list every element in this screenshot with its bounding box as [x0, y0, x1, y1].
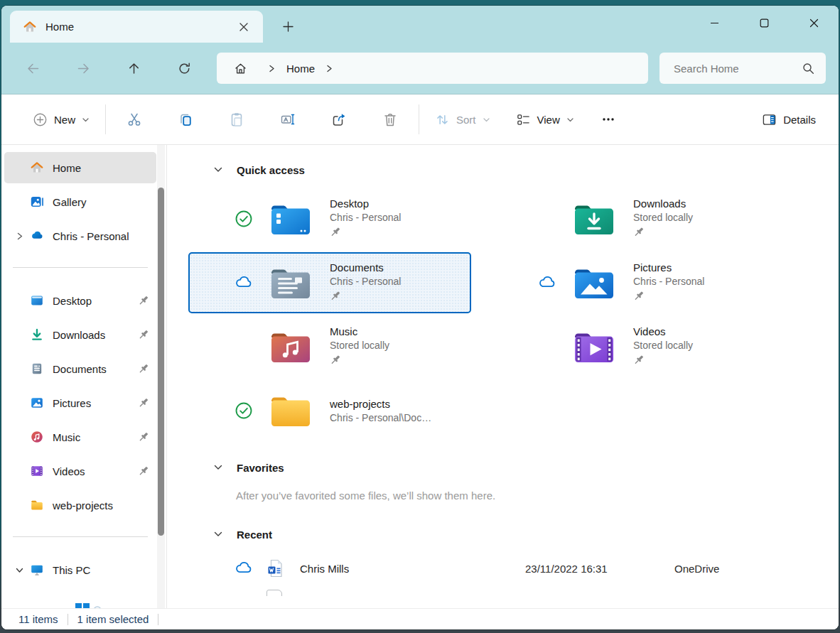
- recent-file-date: 23/11/2022 16:31: [525, 563, 608, 575]
- section-title: Recent: [237, 529, 272, 541]
- pin-icon: [138, 465, 149, 477]
- music-icon: [30, 430, 44, 444]
- sort-button[interactable]: Sort: [428, 104, 497, 135]
- rename-icon[interactable]: [271, 104, 305, 135]
- partially-visible-file-row: [167, 588, 839, 596]
- search-placeholder: Search Home: [674, 63, 802, 75]
- onedrive-icon: [30, 229, 44, 243]
- back-icon[interactable]: [18, 53, 47, 84]
- sidebar-item-music[interactable]: Music: [4, 421, 156, 453]
- cut-icon[interactable]: [117, 104, 151, 135]
- folder-plain-icon: [268, 388, 313, 433]
- explorer-body: HomeGalleryChris - PersonalDesktopDownlo…: [1, 145, 839, 609]
- desktop-background: Home: [0, 0, 840, 633]
- details-button-label: Details: [783, 114, 816, 126]
- file-tile-desktop[interactable]: DesktopChris - Personal: [188, 188, 471, 249]
- chevron-right-icon[interactable]: [10, 229, 28, 243]
- share-icon[interactable]: [322, 104, 356, 135]
- tab-close-icon[interactable]: [232, 16, 256, 38]
- file-name: Downloads: [633, 198, 693, 210]
- chevron-down-icon: [483, 116, 490, 124]
- paste-icon[interactable]: [220, 104, 254, 135]
- sync-status-icon: [235, 401, 253, 420]
- chevron-down-icon[interactable]: [10, 563, 28, 577]
- main-content: Quick access DesktopChris - PersonalDown…: [167, 145, 839, 609]
- file-tile-videos[interactable]: VideosStored locally: [492, 316, 775, 377]
- chevron-spacer: [10, 328, 28, 342]
- breadcrumb-segment-home[interactable]: Home: [286, 63, 315, 75]
- cloud-status-icon: [235, 559, 253, 578]
- close-button[interactable]: [789, 6, 839, 40]
- pin-icon: [633, 291, 645, 302]
- pin-icon: [330, 291, 341, 302]
- search-icon[interactable]: [802, 63, 814, 75]
- sort-button-label: Sort: [456, 114, 476, 126]
- sidebar-item-this-pc[interactable]: This PC: [4, 554, 156, 585]
- more-options-icon[interactable]: [591, 104, 625, 135]
- chevron-down-icon[interactable]: [211, 460, 225, 475]
- file-tile-downloads[interactable]: DownloadsStored locally: [492, 188, 775, 249]
- file-subtitle: Chris - Personal: [330, 212, 401, 223]
- chevron-down-icon[interactable]: [211, 527, 225, 541]
- chevron-spacer: [10, 464, 28, 478]
- sidebar-item-chris-personal[interactable]: Chris - Personal: [4, 220, 156, 251]
- file-tile-pictures[interactable]: PicturesChris - Personal: [492, 252, 775, 313]
- partially-visible-file-icon: [266, 590, 282, 596]
- view-button[interactable]: View: [509, 104, 581, 135]
- quick-access-header[interactable]: Quick access: [167, 163, 839, 177]
- folder-downloads-icon: [571, 196, 617, 242]
- section-title: Quick access: [237, 164, 305, 176]
- favorites-header[interactable]: Favorites: [167, 460, 839, 475]
- new-button[interactable]: New: [26, 104, 97, 135]
- search-input[interactable]: Search Home: [659, 53, 826, 84]
- delete-icon[interactable]: [373, 104, 407, 135]
- chevron-spacer: [10, 498, 28, 512]
- details-pane-icon: [762, 112, 777, 127]
- sidebar-item-videos[interactable]: Videos: [4, 455, 156, 487]
- copy-icon[interactable]: [168, 104, 203, 135]
- pin-icon: [330, 355, 341, 366]
- sidebar-item-pictures[interactable]: Pictures: [4, 387, 156, 418]
- recent-header[interactable]: Recent: [167, 527, 839, 541]
- sidebar-scrollbar-thumb[interactable]: [158, 188, 164, 536]
- details-button[interactable]: Details: [755, 104, 823, 135]
- view-icon: [516, 112, 531, 127]
- file-tile-web-projects[interactable]: web-projectsChris - Personal\Doc…: [188, 380, 471, 441]
- desktop-icon: [30, 293, 44, 308]
- refresh-icon[interactable]: [170, 53, 198, 84]
- sidebar-item-downloads[interactable]: Downloads: [4, 319, 156, 350]
- thispc-icon: [30, 563, 44, 577]
- window-controls: [689, 6, 839, 40]
- breadcrumb-home-icon[interactable]: [234, 62, 247, 75]
- downloads-icon: [30, 328, 44, 342]
- sidebar-item-desktop[interactable]: Desktop: [4, 285, 156, 316]
- chevron-down-icon[interactable]: [211, 163, 225, 177]
- new-tab-button[interactable]: [276, 15, 300, 38]
- sidebar-item-gallery[interactable]: Gallery: [4, 186, 156, 217]
- sidebar-item-documents[interactable]: Documents: [4, 353, 156, 384]
- file-name: Desktop: [330, 198, 401, 210]
- navigation-bar: Home Search Home: [1, 43, 839, 94]
- minimize-button[interactable]: [689, 6, 739, 40]
- chevron-right-icon[interactable]: [325, 64, 334, 73]
- section-title: Favorites: [237, 462, 284, 474]
- breadcrumb[interactable]: Home: [217, 53, 648, 84]
- tab-home[interactable]: Home: [10, 11, 263, 43]
- forward-icon[interactable]: [69, 53, 97, 84]
- cloud-status-icon: [235, 274, 253, 292]
- recent-file-chris-mills[interactable]: Chris Mills23/11/2022 16:31OneDrive: [167, 554, 839, 583]
- maximize-button[interactable]: [739, 6, 789, 40]
- sidebar-item-web-projects[interactable]: web-projects: [4, 489, 156, 521]
- file-tile-music[interactable]: MusicStored locally: [188, 316, 471, 377]
- pin-icon: [633, 227, 645, 238]
- chevron-right-icon[interactable]: [267, 64, 276, 73]
- folder-desktop-icon: [268, 196, 313, 242]
- file-tile-documents[interactable]: DocumentsChris - Personal: [188, 252, 471, 313]
- cloud-status-icon: [538, 274, 556, 292]
- file-explorer-window: Home: [1, 6, 839, 629]
- up-icon[interactable]: [119, 53, 148, 84]
- sort-icon: [435, 112, 450, 127]
- gallery-icon: [30, 195, 44, 209]
- sidebar-item-home[interactable]: Home: [4, 152, 156, 183]
- sidebar-item-label: Videos: [53, 465, 85, 477]
